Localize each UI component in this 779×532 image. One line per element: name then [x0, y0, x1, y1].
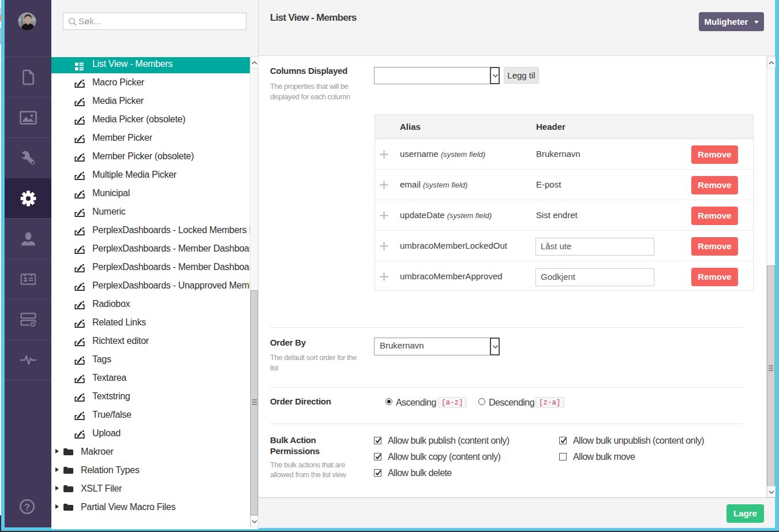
svg-text:?: ? [24, 502, 30, 513]
